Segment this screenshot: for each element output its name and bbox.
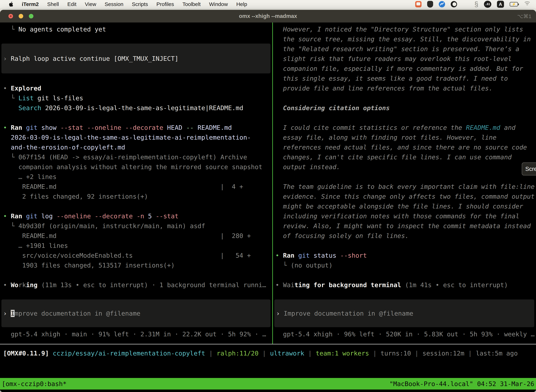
menu-item-shell[interactable]: Shell xyxy=(47,1,59,7)
battery-icon[interactable]: ⚡ xyxy=(510,2,518,6)
menu-item-session[interactable]: Session xyxy=(105,1,124,7)
menu-item-window[interactable]: Window xyxy=(209,1,228,7)
window-title-bar[interactable]: omx --xhigh --madmax ⌥⌘1 xyxy=(0,10,536,23)
window-shortcut-badge: ⌥⌘1 xyxy=(517,10,531,23)
menu-status-icons: § ..61 A ⚡ xyxy=(415,1,531,8)
traffic-lights xyxy=(9,10,34,23)
left-pane-bottom: › Improve documentation in @filename gpt… xyxy=(0,23,272,378)
left-model-status-line: gpt-5.4 xhigh · main · 91% left · 2.31M … xyxy=(0,329,272,339)
dots-grid-icon[interactable] xyxy=(463,1,469,7)
terminal-area[interactable]: › Ralph loop active continue [OMX_TMUX_I… xyxy=(0,23,536,392)
tmux-status-bar[interactable]: [omx-cczip0:bash* "MacBook-Pro-44.local"… xyxy=(0,378,536,390)
screen-notification[interactable]: Scre xyxy=(522,163,536,175)
wifi-icon[interactable] xyxy=(524,2,531,7)
menu-item-toolbelt[interactable]: Toolbelt xyxy=(182,1,201,7)
window-title: omx --xhigh --madmax xyxy=(239,13,297,19)
a-key-icon[interactable]: A xyxy=(497,1,504,8)
tmux-window-list[interactable]: [omx-cczip0:bash* xyxy=(2,380,67,387)
screen-notification-label: Scre xyxy=(525,166,536,172)
menu-app-name[interactable]: iTerm2 xyxy=(22,1,39,7)
messages-icon[interactable] xyxy=(415,1,421,7)
menu-item-view[interactable]: View xyxy=(85,1,96,7)
minimize-button[interactable] xyxy=(19,14,23,19)
menu-item-scripts[interactable]: Scripts xyxy=(132,1,148,7)
right-model-status-line: gpt-5.4 xhigh · 96% left · 520K in · 5.8… xyxy=(273,329,536,339)
close-button[interactable] xyxy=(9,14,13,19)
iterm2-window: omx --xhigh --madmax ⌥⌘1 › Ralph loop ac… xyxy=(0,10,536,392)
status-separator-line xyxy=(0,344,536,344)
menu-item-help[interactable]: Help xyxy=(236,1,247,7)
stats-badge-icon[interactable] xyxy=(439,1,445,7)
keyboard-shield-icon[interactable] xyxy=(427,1,433,8)
menu-item-profiles[interactable]: Profiles xyxy=(156,1,174,7)
left-prompt-input[interactable]: › Improve documentation in @filename xyxy=(1,299,270,327)
ssh-squiggle-icon[interactable]: § xyxy=(474,1,478,8)
crescent-timer-icon[interactable] xyxy=(451,1,457,7)
macos-menu-bar: iTerm2 ShellEditViewSessionScriptsProfil… xyxy=(0,0,536,9)
right-pane-bottom: › Improve documentation in @filename gpt… xyxy=(273,23,536,378)
zoom-button[interactable] xyxy=(29,14,34,19)
right-prompt-input[interactable]: › Improve documentation in @filename xyxy=(274,299,534,327)
apple-menu-icon[interactable] xyxy=(9,2,14,7)
menu-item-edit[interactable]: Edit xyxy=(67,1,77,7)
omx-status-bar: [OMX#0.11.9] cczip/essay/ai-reimplementa… xyxy=(0,348,536,358)
tmux-host-clock: "MacBook-Pro-44.local" 04:52 31-Mar-26 xyxy=(389,380,534,387)
badge-61-icon[interactable]: ..61 xyxy=(484,1,491,8)
menu-items: ShellEditViewSessionScriptsProfilesToolb… xyxy=(47,1,247,7)
